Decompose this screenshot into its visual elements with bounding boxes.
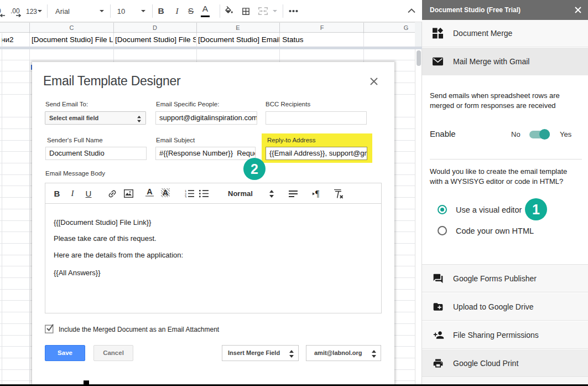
- svg-text:3: 3: [185, 195, 186, 198]
- svg-text:¶: ¶: [315, 189, 320, 198]
